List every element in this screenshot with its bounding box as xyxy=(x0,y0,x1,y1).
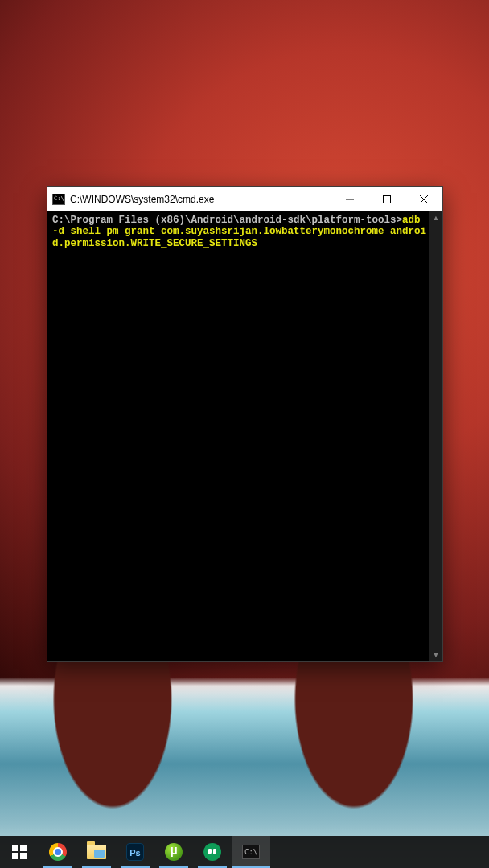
taskbar-utorrent[interactable] xyxy=(154,836,193,868)
start-button[interactable] xyxy=(0,836,39,868)
folder-icon xyxy=(87,845,106,859)
photoshop-icon: Ps xyxy=(126,843,144,861)
taskbar-chrome[interactable] xyxy=(39,836,77,868)
svg-rect-0 xyxy=(384,196,391,203)
hangouts-icon xyxy=(203,843,221,861)
scroll-up-icon[interactable]: ▲ xyxy=(429,211,442,224)
titlebar[interactable]: C:\WINDOWS\system32\cmd.exe xyxy=(47,187,442,211)
minimize-button[interactable] xyxy=(331,187,368,211)
svg-rect-1 xyxy=(12,845,18,851)
cmd-icon: C:\ xyxy=(242,845,260,859)
scrollbar[interactable]: ▲ ▼ xyxy=(429,211,442,661)
terminal[interactable]: C:\Program Files (x86)\Android\android-s… xyxy=(47,211,429,661)
window-controls xyxy=(331,187,442,211)
cmd-window: C:\WINDOWS\system32\cmd.exe C:\Program F… xyxy=(47,186,443,662)
svg-rect-4 xyxy=(20,853,27,859)
close-button[interactable] xyxy=(405,187,442,211)
svg-rect-2 xyxy=(20,845,27,851)
terminal-prompt: C:\Program Files (x86)\Android\android-s… xyxy=(52,215,402,226)
terminal-area: C:\Program Files (x86)\Android\android-s… xyxy=(47,211,442,661)
utorrent-icon xyxy=(165,843,183,861)
cmd-app-icon xyxy=(52,194,65,205)
desktop: C:\WINDOWS\system32\cmd.exe C:\Program F… xyxy=(0,0,489,868)
taskbar-file-explorer[interactable] xyxy=(77,836,116,868)
taskbar: Ps C:\ xyxy=(0,836,489,868)
taskbar-hangouts[interactable] xyxy=(193,836,232,868)
maximize-button[interactable] xyxy=(368,187,405,211)
taskbar-cmd[interactable]: C:\ xyxy=(232,836,270,868)
taskbar-photoshop[interactable]: Ps xyxy=(116,836,154,868)
chrome-icon xyxy=(49,843,67,861)
svg-rect-3 xyxy=(12,853,18,859)
scroll-down-icon[interactable]: ▼ xyxy=(429,649,442,661)
window-title: C:\WINDOWS\system32\cmd.exe xyxy=(70,194,331,205)
